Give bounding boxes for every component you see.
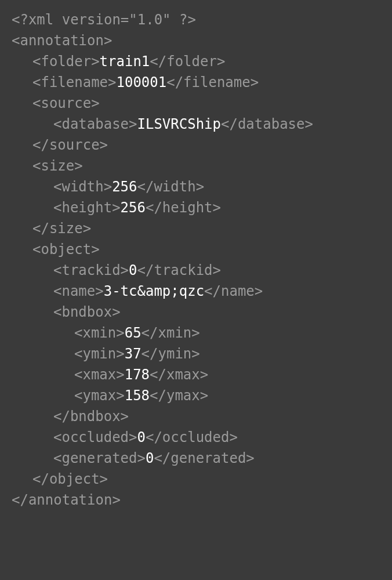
- annotation-open: <annotation>: [12, 30, 380, 51]
- bndbox-close: </bndbox>: [12, 406, 380, 427]
- annotation-close: </annotation>: [12, 490, 380, 510]
- ymin-element: <ymin>37</ymin>: [12, 343, 380, 364]
- object-close: </object>: [12, 469, 380, 490]
- ymax-element: <ymax>158</ymax>: [12, 385, 380, 406]
- bndbox-open: <bndbox>: [12, 302, 380, 322]
- object-open: <object>: [12, 239, 380, 260]
- filename-element: <filename>100001</filename>: [12, 72, 380, 93]
- size-open: <size>: [12, 155, 380, 176]
- folder-element: <folder>train1</folder>: [12, 51, 380, 72]
- xml-declaration: <?xml version="1.0" ?>: [12, 9, 380, 30]
- width-element: <width>256</width>: [12, 176, 380, 197]
- source-close: </source>: [12, 135, 380, 155]
- height-element: <height>256</height>: [12, 197, 380, 218]
- occluded-element: <occluded>0</occluded>: [12, 427, 380, 448]
- name-element: <name>3-tc&amp;qzc</name>: [12, 281, 380, 302]
- generated-element: <generated>0</generated>: [12, 448, 380, 469]
- size-close: </size>: [12, 218, 380, 239]
- source-open: <source>: [12, 93, 380, 114]
- xmin-element: <xmin>65</xmin>: [12, 322, 380, 343]
- xmax-element: <xmax>178</xmax>: [12, 364, 380, 385]
- trackid-element: <trackid>0</trackid>: [12, 260, 380, 281]
- database-element: <database>ILSVRCShip</database>: [12, 114, 380, 135]
- code-block: <?xml version="1.0" ?> <annotation> <fol…: [12, 9, 380, 510]
